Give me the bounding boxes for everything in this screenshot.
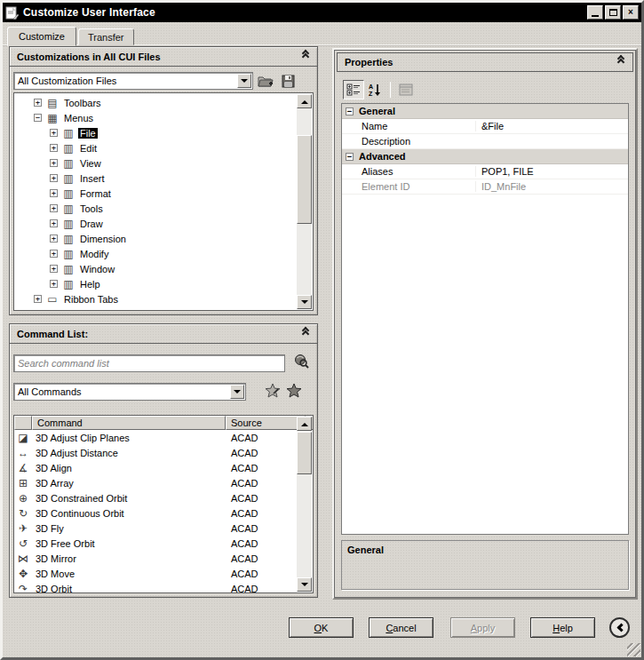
tree-item-modify[interactable]: +▥Modify [25, 246, 297, 261]
command-row-3d-free-orbit[interactable]: ↺3D Free OrbitACAD [14, 536, 297, 551]
chevron-down-icon[interactable] [237, 74, 251, 88]
tree-item-tools[interactable]: +▥Tools [25, 201, 297, 216]
property-row-name[interactable]: Name&File [342, 119, 628, 134]
cancel-button[interactable]: Cancel [369, 617, 433, 638]
search-command-input[interactable] [13, 354, 285, 372]
scroll-down-icon[interactable] [297, 577, 312, 592]
search-button[interactable] [292, 354, 310, 370]
property-value[interactable]: &File [475, 121, 628, 131]
categorized-view-button[interactable] [343, 80, 364, 99]
tree-item-menus[interactable]: −▦Menus [25, 110, 297, 125]
collapse-chevron-icon[interactable] [301, 52, 310, 61]
property-row-element-id[interactable]: Element IDID_MnFile [342, 179, 628, 195]
chevron-down-icon[interactable] [230, 385, 244, 399]
expand-expander-icon[interactable]: + [50, 129, 58, 137]
tree-item-insert[interactable]: +▥Insert [25, 171, 297, 186]
expand-expander-icon[interactable]: + [34, 99, 42, 107]
apply-button: Apply [450, 617, 515, 638]
command-column-header[interactable]: Command [32, 416, 226, 430]
menu-icon: ▥ [61, 187, 76, 200]
ok-button[interactable]: OK [289, 617, 354, 638]
expand-expander-icon[interactable]: + [50, 250, 58, 258]
expand-expander-icon[interactable]: + [50, 204, 58, 212]
property-row-description[interactable]: Description [342, 134, 628, 149]
scroll-down-icon[interactable] [297, 295, 312, 309]
tab-customize[interactable]: Customize [7, 27, 76, 46]
scroll-up-icon[interactable] [297, 94, 312, 108]
property-help-box: General [341, 540, 629, 590]
command-row-3d-adjust-distance[interactable]: ↔3D Adjust DistanceACAD [14, 445, 297, 460]
close-button[interactable]: × [623, 5, 639, 20]
expand-expander-icon[interactable]: + [50, 174, 58, 182]
titlebar[interactable]: Customize User Interface × [3, 3, 641, 22]
command-row-3d-orbit[interactable]: ↷3D OrbitACAD [14, 581, 297, 592]
expand-expander-icon[interactable]: + [50, 280, 58, 288]
expand-expander-icon[interactable]: + [50, 265, 58, 273]
expand-expander-icon[interactable]: + [50, 219, 58, 227]
expand-expander-icon[interactable]: + [50, 235, 58, 243]
property-value[interactable]: POP1, FILE [475, 166, 628, 177]
tree-item-ribbon-tabs[interactable]: +▭Ribbon Tabs [25, 291, 297, 306]
command-source: ACAD [226, 448, 258, 458]
tree-item-format[interactable]: +▥Format [25, 186, 297, 201]
collapse-chevron-icon[interactable] [301, 330, 310, 338]
minimize-button[interactable] [587, 5, 603, 20]
tree-item-file[interactable]: +▥File [25, 125, 297, 140]
tree-item-help[interactable]: +▥Help [25, 276, 297, 291]
svg-text:Z: Z [369, 91, 373, 97]
save-cui-file-button[interactable] [279, 73, 297, 89]
command-scrollbar[interactable] [297, 417, 312, 592]
property-category-label: Advanced [359, 151, 628, 162]
expand-expander-icon[interactable]: + [50, 189, 58, 197]
3d-move-icon: ✥ [14, 568, 32, 580]
command-row-3d-align[interactable]: ∡3D AlignACAD [14, 460, 297, 475]
tree-item-label: Help [78, 279, 102, 290]
tree-item-edit[interactable]: +▥Edit [25, 140, 297, 155]
command-row-3d-constrained-orbit[interactable]: ⊕3D Constrained OrbitACAD [14, 490, 297, 505]
expand-expander-icon[interactable]: + [34, 295, 42, 303]
property-row-aliases[interactable]: AliasesPOP1, FILE [342, 164, 628, 179]
maximize-button[interactable] [605, 5, 621, 20]
tree-scrollbar[interactable] [297, 94, 312, 309]
command-source: ACAD [226, 493, 258, 504]
command-row-3d-adjust-clip-planes[interactable]: ◪3D Adjust Clip PlanesACAD [14, 430, 297, 445]
tree-item-label: Edit [78, 143, 99, 154]
find-command-button[interactable] [285, 383, 303, 399]
tree-item-toolbars[interactable]: +▤Toolbars [25, 95, 297, 110]
menu-icon: ▥ [61, 233, 76, 245]
collapse-chevron-icon[interactable] [616, 58, 625, 67]
tab-transfer[interactable]: Transfer [78, 28, 134, 45]
tree-item-view[interactable]: +▥View [25, 155, 297, 171]
cui-file-filter-combobox[interactable]: All Customization Files [13, 72, 253, 90]
command-row-3d-array[interactable]: ⊞3D ArrayACAD [14, 475, 297, 490]
expand-expander-icon[interactable]: + [50, 159, 58, 167]
collapse-expander-icon[interactable]: − [346, 153, 354, 161]
command-table-header: Command Source [14, 416, 313, 430]
load-cui-file-button[interactable] [257, 73, 274, 89]
tree-item-draw[interactable]: +▥Draw [25, 216, 297, 231]
tree-item-ribbon-panels[interactable]: +▣Ribbon Panels [25, 306, 297, 310]
command-row-3d-fly[interactable]: ✈3D FlyACAD [14, 521, 297, 536]
source-column-header[interactable]: Source [226, 416, 306, 430]
command-row-3d-move[interactable]: ✥3D MoveACAD [14, 566, 297, 581]
create-new-command-button[interactable] [264, 383, 282, 399]
tree-scrollbar-thumb[interactable] [297, 135, 312, 224]
resize-grip[interactable] [627, 643, 640, 656]
command-scrollbar-thumb[interactable] [297, 432, 312, 474]
collapse-expander-icon[interactable]: − [346, 107, 354, 115]
collapse-expander-icon[interactable]: − [34, 114, 42, 122]
alphabetical-view-button[interactable]: A Z [364, 80, 386, 99]
command-category-combobox[interactable]: All Commands [13, 383, 246, 401]
tree-item-window[interactable]: +▥Window [25, 261, 297, 276]
scroll-up-icon[interactable] [297, 417, 312, 431]
tree-item-dimension[interactable]: +▥Dimension [25, 231, 297, 246]
collapse-dialog-button[interactable] [609, 617, 630, 638]
expand-expander-icon[interactable]: + [50, 144, 58, 152]
property-category-advanced[interactable]: −Advanced [342, 149, 628, 164]
property-category-general[interactable]: −General [342, 104, 628, 119]
3d-constrained-orbit-icon: ⊕ [14, 492, 32, 505]
help-button[interactable]: Help [530, 617, 595, 638]
command-row-3d-mirror[interactable]: ⋈3D MirrorACAD [14, 551, 297, 566]
command-row-3d-continuous-orbit[interactable]: ↻3D Continuous OrbitACAD [14, 505, 297, 521]
icon-column-header[interactable] [14, 416, 32, 430]
